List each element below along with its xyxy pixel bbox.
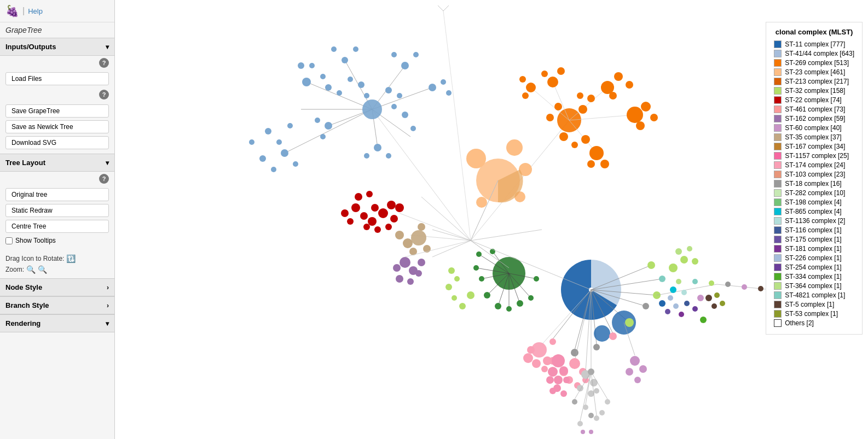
legend-swatch xyxy=(774,301,782,308)
svg-point-84 xyxy=(506,139,523,156)
svg-point-45 xyxy=(386,153,391,159)
centre-tree-button[interactable]: Centre Tree xyxy=(5,220,109,233)
legend-item-label: ST-1157 complex [25] xyxy=(785,152,849,160)
zoom-in-icon[interactable]: 🔍 xyxy=(26,265,36,274)
svg-point-27 xyxy=(401,62,409,69)
svg-point-136 xyxy=(534,276,539,282)
show-tooltips-checkbox[interactable] xyxy=(5,237,13,244)
svg-point-205 xyxy=(673,303,679,309)
sidebar: 🍇 | Help GrapeTree Inputs/Outputs ▾ ? Lo… xyxy=(0,0,115,439)
save-help-btn[interactable]: ? xyxy=(99,90,109,99)
svg-point-80 xyxy=(571,142,578,148)
legend-item: ST-282 complex [10] xyxy=(774,189,854,197)
main-canvas-area[interactable]: clonal complex (MLST) ST-11 complex [777… xyxy=(115,0,868,439)
legend-swatch xyxy=(774,115,782,122)
svg-point-95 xyxy=(360,212,368,220)
svg-point-236 xyxy=(552,354,565,367)
svg-point-38 xyxy=(385,87,392,93)
node-style-header[interactable]: Node Style › xyxy=(0,278,114,296)
legend-item: ST-1136 complex [2] xyxy=(774,217,854,225)
svg-point-30 xyxy=(429,84,436,91)
rendering-header[interactable]: Rendering ▾ xyxy=(0,314,114,332)
svg-point-31 xyxy=(441,79,446,85)
svg-point-78 xyxy=(546,114,554,121)
tree-svg[interactable] xyxy=(115,0,868,439)
svg-point-144 xyxy=(445,284,452,290)
zoom-out-icon[interactable]: 🔍 xyxy=(38,265,47,274)
svg-point-202 xyxy=(634,377,641,383)
svg-point-26 xyxy=(353,46,358,52)
save-newick-button[interactable]: Save as Newick Tree xyxy=(5,120,109,133)
svg-point-11 xyxy=(362,99,382,119)
legend-swatch xyxy=(774,282,782,290)
legend-item: ST-198 complex [4] xyxy=(774,198,854,206)
original-tree-button[interactable]: Original tree xyxy=(5,188,109,201)
legend-item-label: ST-18 complex [16] xyxy=(785,180,841,188)
svg-point-74 xyxy=(578,105,587,114)
legend-item: ST-23 complex [461] xyxy=(774,68,854,76)
svg-point-143 xyxy=(452,295,457,301)
help-link[interactable]: Help xyxy=(28,7,43,15)
legend-item: ST-226 complex [1] xyxy=(774,254,854,262)
svg-point-68 xyxy=(547,77,558,87)
svg-point-97 xyxy=(374,226,381,233)
inputs-outputs-header[interactable]: Inputs/Outputs ▾ xyxy=(0,38,114,56)
svg-point-17 xyxy=(276,139,282,145)
static-redraw-button[interactable]: Static Redraw xyxy=(5,204,109,217)
tree-layout-header[interactable]: Tree Layout ▾ xyxy=(0,154,114,172)
legend-item-label: ST-5 complex [1] xyxy=(785,301,834,308)
svg-point-107 xyxy=(395,231,404,239)
inputs-outputs-help-row: ? xyxy=(0,56,114,68)
svg-point-260 xyxy=(589,430,593,434)
svg-point-177 xyxy=(758,286,763,291)
svg-point-21 xyxy=(298,62,304,69)
svg-point-101 xyxy=(366,191,373,197)
legend-swatch xyxy=(774,87,782,95)
svg-point-210 xyxy=(697,295,704,301)
svg-point-223 xyxy=(527,346,535,354)
svg-point-213 xyxy=(711,303,717,309)
rotate-icon[interactable]: 🔃 xyxy=(66,254,76,263)
save-grapetree-button[interactable]: Save GrapeTree xyxy=(5,104,109,118)
load-files-button[interactable]: Load Files xyxy=(5,72,109,85)
svg-point-181 xyxy=(680,256,688,264)
svg-point-63 xyxy=(636,121,645,130)
svg-point-46 xyxy=(325,122,332,130)
show-tooltips-label: Show Tooltips xyxy=(15,237,56,244)
legend-swatch xyxy=(774,319,782,327)
svg-point-240 xyxy=(546,376,554,384)
legend-item-label: ST-461 complex [73] xyxy=(785,106,845,113)
svg-point-92 xyxy=(390,215,398,223)
svg-point-239 xyxy=(554,376,563,384)
legend-item: ST-334 complex [1] xyxy=(774,273,854,280)
svg-point-40 xyxy=(391,104,397,109)
svg-point-28 xyxy=(391,52,397,57)
legend-item: ST-41/44 complex [643] xyxy=(774,50,854,57)
legend-item: ST-254 complex [1] xyxy=(774,264,854,271)
legend-item-label: ST-41/44 complex [643] xyxy=(785,50,854,57)
svg-point-94 xyxy=(368,217,377,226)
svg-point-182 xyxy=(692,258,698,265)
inputs-outputs-help-btn[interactable]: ? xyxy=(99,58,109,68)
svg-point-168 xyxy=(549,338,556,345)
tree-layout-help-btn[interactable]: ? xyxy=(99,174,109,184)
legend-item-label: ST-23 complex [461] xyxy=(785,68,845,76)
grape-logo-icon: 🍇 xyxy=(5,4,19,17)
legend-item-label: ST-116 complex [1] xyxy=(785,226,841,234)
svg-point-93 xyxy=(371,204,379,212)
svg-point-57 xyxy=(614,72,623,81)
legend-item-label: ST-174 complex [24] xyxy=(785,161,845,169)
legend-swatch xyxy=(774,78,782,85)
rendering-label: Rendering xyxy=(5,319,40,327)
branch-style-header[interactable]: Branch Style › xyxy=(0,296,114,314)
legend-item-label: ST-254 complex [1] xyxy=(785,264,841,271)
svg-point-259 xyxy=(581,430,585,434)
tree-layout-body: Original tree Static Redraw Centre Tree … xyxy=(0,184,114,250)
svg-point-160 xyxy=(647,261,655,269)
svg-point-216 xyxy=(670,286,676,293)
svg-point-112 xyxy=(400,257,410,268)
download-svg-button[interactable]: Download SVG xyxy=(5,136,109,149)
legend-item-label: ST-226 complex [1] xyxy=(785,254,841,262)
legend-item-label: ST-175 complex [1] xyxy=(785,236,841,243)
svg-point-33 xyxy=(325,84,332,91)
